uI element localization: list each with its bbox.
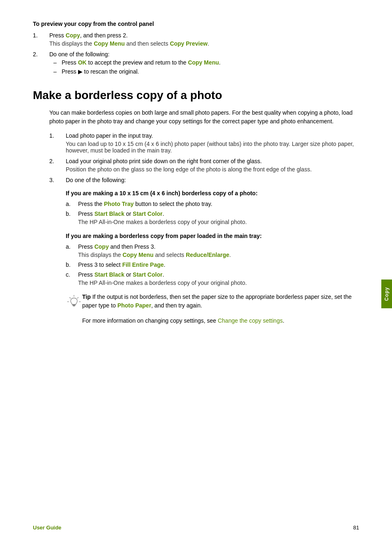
footer: User Guide 81 xyxy=(33,525,359,531)
main-step-1: 1. Load photo paper in the input tray. Y… xyxy=(49,132,359,154)
dash-item-1: – Press OK to accept the preview and ret… xyxy=(49,59,359,66)
alpha-label-2a: a. xyxy=(66,243,78,250)
alpha-label-1b: b. xyxy=(66,210,78,217)
dash-sym-2: – xyxy=(53,68,62,75)
copy-menu-keyword-2: Copy Menu xyxy=(188,59,219,66)
sub-section-2-heading: If you are making a borderless copy from… xyxy=(66,233,359,239)
sub-section-2: If you are making a borderless copy from… xyxy=(66,233,359,325)
alpha-content-2c: Press Start Black or Start Color. The HP… xyxy=(78,271,359,286)
main-step-num-3: 3. xyxy=(49,177,66,183)
main-step-2-text: Load your original photo print side down… xyxy=(66,158,262,164)
alpha-label-2b: b. xyxy=(66,261,78,268)
main-step-2-sub: Position the photo on the glass so the l… xyxy=(66,166,359,173)
top-section: To preview your copy from the control pa… xyxy=(33,21,359,77)
step-1-text: Press Copy, and then press 2. xyxy=(49,32,128,39)
alpha-content-2b: Press 3 to select Fill Entire Page. xyxy=(78,261,359,268)
lightbulb-icon xyxy=(67,294,81,309)
svg-rect-7 xyxy=(73,306,75,306)
start-black-keyword-1: Start Black xyxy=(95,210,125,217)
tip-content: Tip If the output is not borderless, the… xyxy=(82,293,359,310)
alpha-text-2a: Press Copy and then Press 3. xyxy=(78,243,155,250)
dash-text-2: Press ▶ to rescan the original. xyxy=(62,68,139,75)
step-2-content: Do one of the following: – Press OK to a… xyxy=(49,51,359,77)
copy-preview-keyword: Copy Preview xyxy=(170,40,208,47)
svg-line-1 xyxy=(77,297,78,298)
step-1-content: Press Copy, and then press 2. This displ… xyxy=(49,32,359,47)
alpha-sub-2c: The HP All-in-One makes a borderless cop… xyxy=(78,280,359,286)
tip-text: Tip If the output is not borderless, the… xyxy=(82,293,352,309)
step-2-text: Do one of the following: xyxy=(49,51,109,58)
copy-keyword: Copy xyxy=(66,32,80,39)
alpha-content-1a: Press the Photo Tray button to select th… xyxy=(78,201,359,207)
tip-box: Tip If the output is not borderless, the… xyxy=(66,293,359,310)
change-copy-settings-link[interactable]: Change the copy settings xyxy=(218,317,283,324)
alpha-list-1: a. Press the Photo Tray button to select… xyxy=(66,201,359,225)
sub-section-1-heading: If you are making a 10 x 15 cm (4 x 6 in… xyxy=(66,190,359,196)
dash-item-2: – Press ▶ to rescan the original. xyxy=(49,68,359,75)
step-num-2: 2. xyxy=(33,51,49,58)
photo-tray-keyword: Photo Tray xyxy=(104,201,134,207)
alpha-item-1a: a. Press the Photo Tray button to select… xyxy=(66,201,359,207)
alpha-item-2c: c. Press Start Black or Start Color. The… xyxy=(66,271,359,286)
side-tab: Copy xyxy=(381,280,392,308)
reduce-enlarge-keyword: Reduce/Enlarge xyxy=(186,252,229,258)
copy-menu-keyword-3: Copy Menu xyxy=(122,252,153,258)
tip-label: Tip xyxy=(82,293,91,300)
tip-extra-text: For more information on changing copy se… xyxy=(82,317,284,324)
page-container: To preview your copy from the control pa… xyxy=(0,0,392,543)
start-color-keyword-1: Start Color xyxy=(133,210,162,217)
footer-left-label: User Guide xyxy=(33,525,61,531)
alpha-text-2c: Press Start Black or Start Color. xyxy=(78,271,164,278)
main-steps-list: 1. Load photo paper in the input tray. Y… xyxy=(49,132,359,183)
main-step-3-content: Do one of the following: xyxy=(66,177,359,183)
side-tab-label: Copy xyxy=(384,287,390,301)
alpha-text-2b: Press 3 to select Fill Entire Page. xyxy=(78,261,165,268)
main-step-num-2: 2. xyxy=(49,158,66,164)
main-heading: Make a borderless copy of a photo xyxy=(33,89,359,102)
alpha-text-1b: Press Start Black or Start Color. xyxy=(78,210,164,217)
alpha-label-1a: a. xyxy=(66,201,78,207)
step-num-1: 1. xyxy=(33,32,49,39)
copy-menu-keyword: Copy Menu xyxy=(94,40,125,47)
start-black-keyword-2: Start Black xyxy=(95,271,125,278)
footer-page-number: 81 xyxy=(353,525,359,531)
sub-list: – Press OK to accept the preview and ret… xyxy=(49,59,359,75)
top-heading: To preview your copy from the control pa… xyxy=(33,21,359,27)
photo-paper-keyword: Photo Paper xyxy=(118,302,151,309)
alpha-item-1b: b. Press Start Black or Start Color. The… xyxy=(66,210,359,225)
alpha-sub-1b: The HP All-in-One makes a borderless cop… xyxy=(78,219,359,225)
tip-icon xyxy=(66,293,82,310)
copy-keyword-2: Copy xyxy=(95,243,109,250)
main-step-num-1: 1. xyxy=(49,132,66,139)
top-steps-list: 1. Press Copy, and then press 2. This di… xyxy=(33,32,359,77)
dash-sym-1: – xyxy=(53,59,62,66)
alpha-sub-2a: This displays the Copy Menu and selects … xyxy=(78,252,359,258)
alpha-content-1b: Press Start Black or Start Color. The HP… xyxy=(78,210,359,225)
main-step-1-content: Load photo paper in the input tray. You … xyxy=(66,132,359,154)
alpha-item-2b: b. Press 3 to select Fill Entire Page. xyxy=(66,261,359,268)
alpha-label-2c: c. xyxy=(66,271,78,278)
start-color-keyword-2: Start Color xyxy=(133,271,162,278)
main-steps-container: 1. Load photo paper in the input tray. Y… xyxy=(49,132,359,183)
dash-text-1: Press OK to accept the preview and retur… xyxy=(62,59,221,66)
tip-extra: For more information on changing copy se… xyxy=(82,317,359,325)
svg-line-3 xyxy=(69,297,71,298)
fill-entire-page-keyword: Fill Entire Page xyxy=(122,261,164,268)
intro-paragraph: You can make borderless copies on both l… xyxy=(49,109,359,126)
main-step-3: 3. Do one of the following: xyxy=(49,177,359,183)
top-step-1: 1. Press Copy, and then press 2. This di… xyxy=(33,32,359,47)
alpha-list-2: a. Press Copy and then Press 3. This dis… xyxy=(66,243,359,286)
step-1-sub: This displays the Copy Menu and then sel… xyxy=(49,40,359,47)
alpha-text-1a: Press the Photo Tray button to select th… xyxy=(78,201,212,207)
ok-keyword: OK xyxy=(78,59,87,66)
svg-rect-6 xyxy=(72,305,75,306)
main-step-1-text: Load photo paper in the input tray. xyxy=(66,132,153,139)
main-step-3-text: Do one of the following: xyxy=(66,177,126,183)
top-step-2: 2. Do one of the following: – Press OK t… xyxy=(33,51,359,77)
main-step-1-sub: You can load up to 10 x 15 cm (4 x 6 inc… xyxy=(66,141,359,154)
alpha-content-2a: Press Copy and then Press 3. This displa… xyxy=(78,243,359,258)
svg-rect-5 xyxy=(72,304,76,305)
sub-section-1: If you are making a 10 x 15 cm (4 x 6 in… xyxy=(66,190,359,225)
main-step-2-content: Load your original photo print side down… xyxy=(66,158,359,173)
main-step-2: 2. Load your original photo print side d… xyxy=(49,158,359,173)
